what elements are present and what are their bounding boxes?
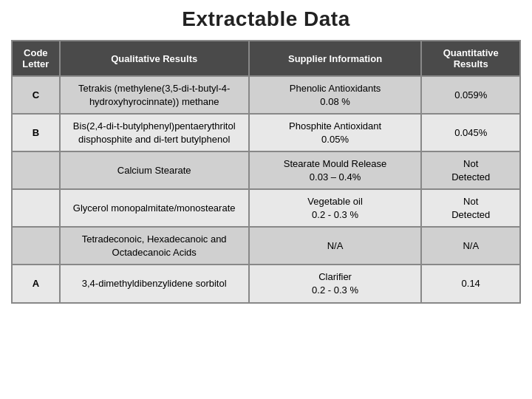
cell-quantitative: 0.14: [421, 265, 520, 302]
cell-qualitative: Tetradeconoic, Hexadecanoic and Octadeca…: [60, 227, 249, 265]
cell-qualitative: Tetrakis (methylene(3,5-di-t-butyl-4-hyd…: [60, 76, 249, 114]
cell-quantitative: Not Detected: [421, 151, 520, 189]
cell-qualitative: Bis(2,4-di-t-butylphenyl)pentaerythritol…: [60, 114, 249, 151]
cell-quantitative: 0.045%: [421, 114, 520, 151]
cell-code: C: [12, 76, 60, 114]
cell-supplier: Stearate Mould Release 0.03 – 0.4%: [249, 151, 422, 189]
cell-supplier: Phosphite Antioxidant 0.05%: [249, 114, 422, 151]
table-row: CTetrakis (methylene(3,5-di-t-butyl-4-hy…: [12, 76, 520, 114]
cell-code: [12, 189, 60, 227]
cell-quantitative: 0.059%: [421, 76, 520, 114]
cell-qualitative: Glycerol monopalmitate/monostearate: [60, 189, 249, 227]
page-title: Extractable Data: [182, 7, 349, 31]
cell-supplier: Vegetable oil 0.2 - 0.3 %: [249, 189, 422, 227]
extractable-data-table: Code Letter Qualitative Results Supplier…: [11, 40, 521, 304]
header-code: Code Letter: [12, 41, 60, 76]
cell-qualitative: Calcium Stearate: [60, 151, 249, 189]
cell-code: [12, 227, 60, 265]
header-supplier: Supplier Information: [249, 41, 422, 76]
cell-quantitative: N/A: [421, 227, 520, 265]
cell-supplier: Phenolic Antioxidants 0.08 %: [249, 76, 422, 114]
table-row: BBis(2,4-di-t-butylphenyl)pentaerythrito…: [12, 114, 520, 151]
table-row: Glycerol monopalmitate/monostearateVeget…: [12, 189, 520, 227]
table-row: A3,4-dimethyldibenzylidene sorbitolClari…: [12, 265, 520, 302]
cell-supplier: Clarifier 0.2 - 0.3 %: [249, 265, 422, 302]
cell-code: B: [12, 114, 60, 151]
cell-qualitative: 3,4-dimethyldibenzylidene sorbitol: [60, 265, 249, 302]
header-quantitative: Quantitative Results: [421, 41, 520, 76]
cell-code: [12, 151, 60, 189]
cell-supplier: N/A: [249, 227, 422, 265]
table-row: Tetradeconoic, Hexadecanoic and Octadeca…: [12, 227, 520, 265]
table-row: Calcium StearateStearate Mould Release 0…: [12, 151, 520, 189]
cell-quantitative: Not Detected: [421, 189, 520, 227]
cell-code: A: [12, 265, 60, 302]
header-qualitative: Qualitative Results: [60, 41, 249, 76]
